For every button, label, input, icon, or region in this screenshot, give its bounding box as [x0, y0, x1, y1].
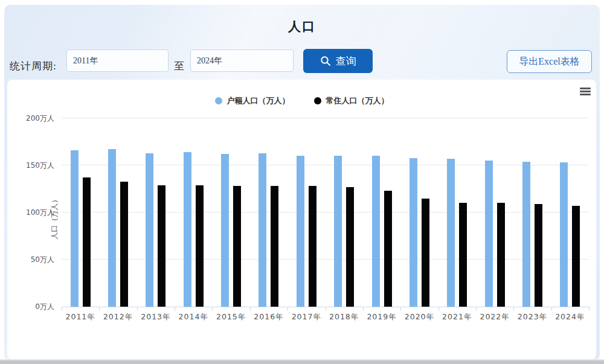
period-end-input[interactable]	[190, 49, 294, 72]
x-axis-tick	[62, 307, 62, 311]
x-axis-tick	[250, 307, 251, 311]
bar-series-1-2012年[interactable]	[120, 182, 128, 307]
bar-series-1-2011年[interactable]	[83, 177, 91, 307]
y-axis-tick-label: 150万人	[26, 161, 54, 171]
x-axis-tick	[212, 307, 213, 311]
x-axis-label: 2019年	[367, 312, 396, 322]
to-label: 至	[174, 59, 184, 73]
x-axis-tick	[589, 307, 590, 311]
bar-series-1-2022年[interactable]	[497, 203, 505, 307]
export-button-label: 导出Excel表格	[519, 56, 579, 68]
bar-series-1-2018年[interactable]	[346, 187, 354, 307]
bar-series-1-2020年[interactable]	[422, 199, 429, 307]
bar-series-1-2024年[interactable]	[572, 206, 580, 307]
bar-series-1-2017年[interactable]	[309, 186, 316, 307]
x-axis-tick	[175, 307, 175, 311]
search-icon	[320, 56, 331, 66]
export-excel-button[interactable]: 导出Excel表格	[507, 50, 592, 73]
x-axis-tick	[363, 307, 364, 311]
chart-card: 户籍人口（万人） 常住人口（万人） 人口（万人） 0万人50万人100万人150…	[7, 80, 596, 359]
x-axis-label: 2014年	[179, 312, 208, 322]
x-axis-label: 2024年	[555, 312, 585, 322]
bar-series-0-2019年[interactable]	[372, 156, 380, 307]
bottom-scrollbar-strip[interactable]	[0, 359, 604, 364]
x-axis-label: 2012年	[103, 312, 133, 322]
gridline	[62, 165, 589, 165]
x-axis-tick	[400, 307, 401, 311]
x-axis-tick	[476, 307, 477, 311]
chart-legend: 户籍人口（万人） 常住人口（万人）	[7, 95, 596, 106]
bar-series-0-2021年[interactable]	[447, 159, 455, 307]
page-title: 人口	[4, 18, 600, 35]
bar-series-0-2015年[interactable]	[221, 154, 229, 307]
legend-marker-black-icon	[314, 97, 321, 104]
gridline	[62, 118, 589, 118]
bar-series-0-2016年[interactable]	[259, 153, 266, 307]
bar-series-1-2014年[interactable]	[196, 185, 204, 307]
x-axis-label: 2011年	[66, 312, 95, 322]
gridline	[62, 212, 589, 212]
x-axis-label: 2017年	[292, 312, 321, 322]
x-axis-tick	[551, 307, 552, 311]
bar-series-0-2020年[interactable]	[410, 158, 417, 307]
bar-series-0-2024年[interactable]	[560, 162, 568, 307]
legend-item-resident-population[interactable]: 常住人口（万人）	[314, 95, 389, 106]
bar-series-1-2013年[interactable]	[158, 185, 165, 307]
y-axis-tick-label: 100万人	[26, 208, 54, 218]
legend-marker-blue-icon	[215, 97, 222, 104]
bar-series-1-2019年[interactable]	[384, 191, 392, 307]
bar-series-0-2013年[interactable]	[146, 153, 153, 307]
x-axis-label: 2018年	[329, 312, 359, 322]
y-axis-tick-label: 200万人	[26, 113, 54, 124]
query-button[interactable]: 查询	[303, 49, 373, 73]
main-panel: 人口 统计周期: 至 查询 导出Excel表格 户籍人口（万人） 常住人口（万人…	[4, 5, 600, 360]
bar-series-1-2023年[interactable]	[535, 204, 542, 307]
x-axis-label: 2016年	[254, 312, 283, 322]
bar-series-0-2022年[interactable]	[485, 161, 493, 307]
bar-series-0-2012年[interactable]	[108, 149, 116, 307]
x-axis-label: 2013年	[141, 312, 170, 322]
x-axis-label: 2015年	[216, 312, 246, 322]
bar-series-1-2016年[interactable]	[271, 186, 278, 307]
legend-label: 户籍人口（万人）	[227, 95, 290, 106]
period-label: 统计周期:	[10, 59, 57, 73]
bar-series-0-2011年[interactable]	[71, 150, 79, 307]
plot-area: 人口（万人） 0万人50万人100万人150万人200万人2011年2012年2…	[62, 118, 589, 307]
bar-series-0-2018年[interactable]	[334, 156, 342, 307]
x-axis-tick	[99, 307, 100, 311]
period-start-input[interactable]	[66, 49, 169, 72]
x-axis-label: 2022年	[480, 312, 509, 322]
x-axis-tick	[439, 307, 439, 311]
x-axis-label: 2020年	[405, 312, 434, 322]
y-axis-tick-label: 0万人	[35, 302, 54, 312]
x-axis-tick	[513, 307, 514, 311]
legend-label: 常住人口（万人）	[326, 95, 389, 106]
bar-series-0-2014年[interactable]	[184, 152, 191, 307]
y-axis-title: 人口（万人）	[50, 182, 60, 254]
x-axis-label: 2021年	[442, 312, 472, 322]
bar-series-0-2017年[interactable]	[297, 156, 304, 307]
y-axis-tick-label: 50万人	[31, 255, 54, 265]
bar-series-0-2023年[interactable]	[522, 162, 530, 307]
x-axis-label: 2023年	[518, 312, 547, 322]
x-axis-tick	[326, 307, 326, 311]
x-axis-tick	[137, 307, 138, 311]
x-axis-tick	[288, 307, 288, 311]
query-button-label: 查询	[336, 54, 356, 68]
legend-item-registered-population[interactable]: 户籍人口（万人）	[215, 95, 290, 106]
bar-series-1-2015年[interactable]	[233, 186, 241, 307]
bar-series-1-2021年[interactable]	[459, 203, 467, 307]
gridline	[62, 259, 589, 260]
